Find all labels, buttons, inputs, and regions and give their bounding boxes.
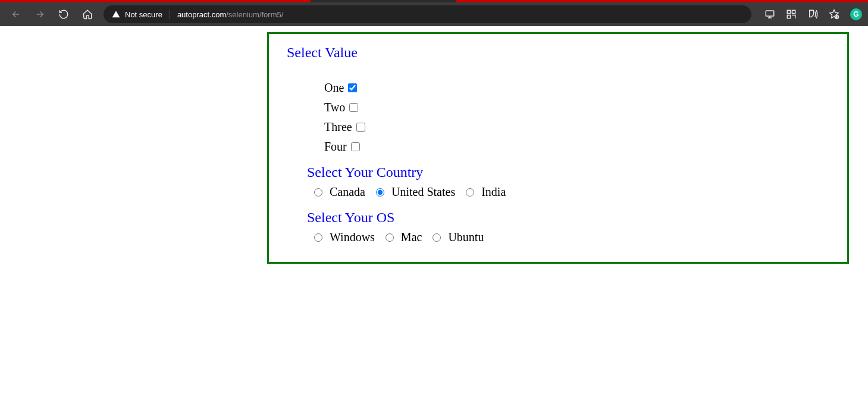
radio-india[interactable] <box>466 188 474 196</box>
url-path: /selenium/form5/ <box>226 10 283 19</box>
home-icon <box>82 9 93 20</box>
select-country-heading: Select Your Country <box>307 164 829 180</box>
radio-mac[interactable] <box>386 233 394 242</box>
radio-option-united-states[interactable]: United States <box>376 185 455 198</box>
checkbox-label: One <box>324 81 344 94</box>
radio-united-states[interactable] <box>376 188 384 196</box>
grammarly-icon[interactable]: G <box>850 8 862 20</box>
svg-rect-3 <box>787 15 790 18</box>
checkbox-row-four: Four <box>324 140 829 154</box>
svg-rect-2 <box>792 10 795 13</box>
svg-rect-1 <box>787 10 790 13</box>
checkbox-two[interactable] <box>349 103 358 112</box>
radio-label: Mac <box>401 230 422 244</box>
checkbox-four[interactable] <box>351 142 360 151</box>
radio-label: India <box>481 185 506 198</box>
window-accent-bar <box>0 0 868 2</box>
url-domain: autopract.com <box>177 10 226 19</box>
svg-rect-0 <box>766 11 774 16</box>
checkbox-label: Three <box>324 120 352 133</box>
home-button[interactable] <box>77 4 98 24</box>
desktop-icon <box>764 9 775 20</box>
radio-ubuntu[interactable] <box>433 233 441 242</box>
read-aloud-button[interactable] <box>803 4 823 24</box>
checkbox-row-two: Two <box>324 101 829 114</box>
radio-canada[interactable] <box>314 188 322 196</box>
radio-label: United States <box>391 185 455 198</box>
checkbox-label: Two <box>324 101 345 114</box>
radio-label: Canada <box>330 185 365 198</box>
checkbox-row-one: One <box>324 81 829 95</box>
radio-windows[interactable] <box>314 233 322 242</box>
qr-button[interactable] <box>781 4 801 24</box>
select-os-heading: Select Your OS <box>307 210 829 226</box>
arrow-right-icon <box>35 9 45 20</box>
radio-option-canada[interactable]: Canada <box>314 185 365 198</box>
radio-option-india[interactable]: India <box>466 185 506 198</box>
back-button[interactable] <box>6 4 26 24</box>
url-separator <box>170 10 170 19</box>
radio-option-windows[interactable]: Windows <box>314 230 375 244</box>
radio-option-mac[interactable]: Mac <box>386 230 422 244</box>
checkbox-label: Four <box>324 140 347 153</box>
favorite-button[interactable] <box>824 4 844 24</box>
radio-label: Ubuntu <box>448 230 484 244</box>
not-secure-label: Not secure <box>125 10 170 19</box>
address-bar[interactable]: Not secure autopract.com/selenium/form5/ <box>104 5 751 23</box>
warning-icon <box>112 10 120 18</box>
refresh-button[interactable] <box>54 4 74 24</box>
desktop-view-button[interactable] <box>760 4 780 24</box>
checkbox-row-three: Three <box>324 120 829 134</box>
browser-toolbar: Not secure autopract.com/selenium/form5/… <box>0 2 868 26</box>
qr-icon <box>786 9 797 20</box>
refresh-icon <box>58 9 69 20</box>
arrow-left-icon <box>11 9 21 20</box>
select-value-heading: Select Value <box>287 45 829 61</box>
forward-button[interactable] <box>30 4 50 24</box>
form-panel: Select Value One Two Three Four Select Y… <box>267 32 849 264</box>
checkbox-one[interactable] <box>348 83 357 92</box>
radio-label: Windows <box>330 230 375 244</box>
radio-option-ubuntu[interactable]: Ubuntu <box>433 230 484 244</box>
checkbox-three[interactable] <box>356 123 365 132</box>
read-aloud-icon <box>807 9 818 20</box>
star-add-icon <box>829 9 839 20</box>
